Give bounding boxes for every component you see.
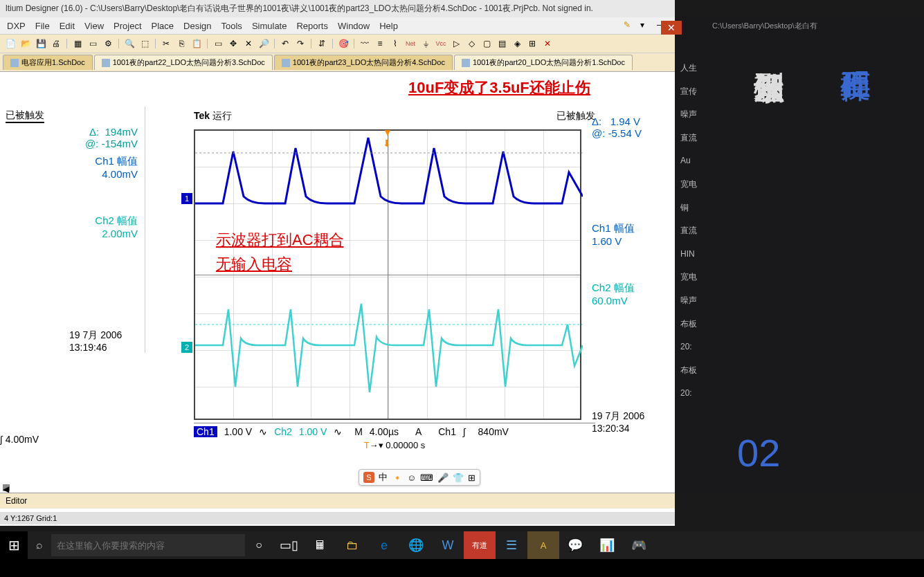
menu-view[interactable]: View — [84, 21, 104, 31]
sogou-icon[interactable]: S — [363, 472, 374, 483]
pencil-icon[interactable]: ✎ — [624, 20, 635, 31]
menu-file[interactable]: File — [35, 21, 50, 31]
new-icon[interactable]: 📄 — [4, 37, 17, 50]
menu-reports[interactable]: Reports — [296, 21, 328, 31]
zoom-fit-icon[interactable]: 🔍 — [123, 37, 136, 50]
calculator-icon[interactable]: 🖩 — [305, 531, 336, 559]
doc-icon — [462, 59, 470, 67]
dropdown-icon[interactable]: ▾ — [640, 20, 651, 31]
ime-toolbox-icon[interactable]: ⊞ — [468, 473, 475, 483]
wps-icon[interactable]: W — [432, 531, 464, 559]
menu-tools[interactable]: Tools — [221, 21, 242, 31]
altium-icon[interactable]: A — [527, 531, 559, 559]
sheet-entry-icon[interactable]: ▢ — [480, 37, 493, 50]
ch1-amplitude-right: Ch1 幅值1.60 V — [592, 222, 668, 247]
waveform-annotation: 示波器打到AC耦合 无输入电容 — [216, 228, 344, 276]
select-icon[interactable]: ▭ — [212, 37, 224, 50]
toolbar: 📄 📂 💾 🖨 ▦ ▭ ⚙ 🔍 ⬚ ✂ ⎘ 📋 ▭ ✥ ✕ 🔎 ↶ ↷ ⇵ 🎯 … — [0, 35, 675, 53]
oscilloscope-right: Δ: 1.94 V @: -5.54 V Ch1 幅值1.60 V Ch2 幅值… — [592, 110, 668, 434]
start-button[interactable]: ⊞ — [0, 531, 28, 559]
wire-icon[interactable]: 〰 — [359, 37, 371, 50]
gnd-icon[interactable]: ⏚ — [419, 37, 432, 50]
menu-window[interactable]: Window — [338, 21, 370, 31]
ime-keyboard-icon[interactable]: ⌨ — [420, 473, 433, 483]
vcc-icon[interactable]: Vcc — [435, 37, 447, 50]
ch1-marker: 1 — [181, 193, 192, 204]
menu-design[interactable]: Design — [183, 21, 211, 31]
paste-icon[interactable]: 📋 — [190, 37, 203, 50]
menu-place[interactable]: Place — [152, 21, 174, 31]
settings-icon[interactable]: ☰ — [496, 531, 527, 559]
tab-3[interactable]: 1001夜的part20_LDO太热问题分析1.SchDoc — [454, 55, 633, 70]
hierarchy-icon[interactable]: ⇵ — [316, 37, 328, 50]
status-bar: 4 Y:1267 Grid:1 — [0, 512, 675, 524]
menu-project[interactable]: Project — [114, 21, 141, 31]
open-icon[interactable]: 📂 — [19, 37, 32, 50]
menu-simulate[interactable]: Simulate — [252, 21, 287, 31]
tab-0[interactable]: 电容应用1.SchDoc — [3, 55, 93, 70]
find-icon[interactable]: 🔎 — [257, 37, 270, 50]
signal-icon[interactable]: ⌇ — [389, 37, 401, 50]
cursor-delta: Δ: 194mV @: -154mV — [0, 126, 145, 149]
menu-edit[interactable]: Edit — [60, 21, 75, 31]
layers-icon[interactable]: ▦ — [71, 37, 84, 50]
windows-taskbar: ⊞ ⌕ ○ ▭▯ 🖩 🗀 ｅ 🌐 W 有道 ☰ A 💬 📊 🎮 — [0, 531, 924, 559]
overlay-list: 人生 宣传 噪声 直流 Au 宽电 铜 直流 HIN 宽电 噪声 布板 20: … — [680, 57, 697, 405]
left-timestamp: 19 7月 200613:19:46 — [0, 329, 145, 353]
print-icon[interactable]: 🖨 — [50, 37, 62, 50]
scroll-left-icon[interactable]: ◀ — [3, 484, 10, 491]
copy-icon[interactable]: ⎘ — [175, 37, 188, 50]
search-input[interactable] — [51, 534, 245, 556]
edge-icon[interactable]: ｅ — [368, 531, 400, 559]
deselect-icon[interactable]: ✕ — [242, 37, 255, 50]
part-icon[interactable]: ▷ — [450, 37, 462, 50]
oscilloscope-main: Tek 运行 已被触发 ▼⬇ 1 2 示波器打到AC耦合 — [194, 110, 595, 450]
bus-icon[interactable]: ≡ — [374, 37, 386, 50]
close-icon[interactable]: ✕ — [661, 21, 682, 35]
trigger-position: T→▾ 0.00000 s — [194, 440, 595, 450]
youdao-icon[interactable]: 有道 — [464, 531, 496, 559]
net-icon[interactable]: Net — [404, 37, 417, 50]
ch2-marker: 2 — [181, 342, 192, 353]
device-icon[interactable]: ◈ — [511, 37, 523, 50]
wechat-icon[interactable]: 💬 — [559, 531, 591, 559]
sheet-symbol-icon[interactable]: ▤ — [496, 37, 508, 50]
port-icon[interactable]: ◇ — [465, 37, 478, 50]
schematic-content[interactable]: 10uF变成了3.5uF还能止伤 已被触发 Δ: 194mV @: -154mV… — [0, 72, 675, 487]
file-explorer-icon[interactable]: 🗀 — [336, 531, 368, 559]
save-icon[interactable]: 💾 — [35, 37, 47, 50]
move-icon[interactable]: ✥ — [227, 37, 239, 50]
search-icon[interactable]: ⌕ — [28, 531, 51, 559]
zoom-region-icon[interactable]: ⬚ — [138, 37, 151, 50]
ime-floating-bar[interactable]: S 中 🔸 ☺ ⌨ 🎤 👕 ⊞ — [359, 469, 480, 486]
window-title: ltium Designer (16.0) - C:\Users\Barry\D… — [0, 0, 675, 17]
right-timestamp: 19 7月 200613:20:34 — [592, 410, 668, 434]
task-view-icon[interactable]: ▭▯ — [273, 531, 305, 559]
menu-dxp[interactable]: DXP — [7, 21, 26, 31]
redo-icon[interactable]: ↷ — [294, 37, 307, 50]
ime-skin-icon[interactable]: 👕 — [453, 473, 464, 483]
annotation-title: 10uF变成了3.5uF还能止伤 — [408, 77, 590, 98]
tab-1[interactable]: 1001夜的part22_LDO太热问题分析3.SchDoc — [94, 55, 273, 70]
no-erc-icon[interactable]: ✕ — [541, 37, 554, 50]
editor-panel-tab[interactable]: Editor — [0, 493, 675, 509]
menu-help[interactable]: Help — [379, 21, 398, 31]
harness-icon[interactable]: ⊞ — [526, 37, 538, 50]
ime-emoji-icon[interactable]: ☺ — [407, 473, 416, 483]
sheet-icon[interactable]: ▭ — [87, 37, 99, 50]
scope-display: ▼⬇ 1 2 示波器打到AC耦合 无输入电容 — [194, 129, 581, 420]
ime-mic-icon[interactable]: 🎤 — [437, 473, 449, 483]
black-bar — [0, 559, 924, 577]
ime-punct-icon[interactable]: 🔸 — [392, 473, 403, 483]
excel-icon[interactable]: 📊 — [591, 531, 623, 559]
cortana-icon[interactable]: ○ — [245, 539, 273, 551]
undo-icon[interactable]: ↶ — [279, 37, 291, 50]
chrome-icon[interactable]: 🌐 — [400, 531, 432, 559]
compile-icon[interactable]: ⚙ — [102, 37, 114, 50]
altium-window: ltium Designer (16.0) - C:\Users\Barry\D… — [0, 0, 675, 526]
tab-2-active[interactable]: 1001夜的part23_LDO太热问题分析4.SchDoc — [274, 55, 453, 70]
ime-lang[interactable]: 中 — [379, 471, 388, 484]
app-icon[interactable]: 🎮 — [623, 531, 655, 559]
cross-probe-icon[interactable]: 🎯 — [337, 37, 350, 50]
cut-icon[interactable]: ✂ — [160, 37, 172, 50]
